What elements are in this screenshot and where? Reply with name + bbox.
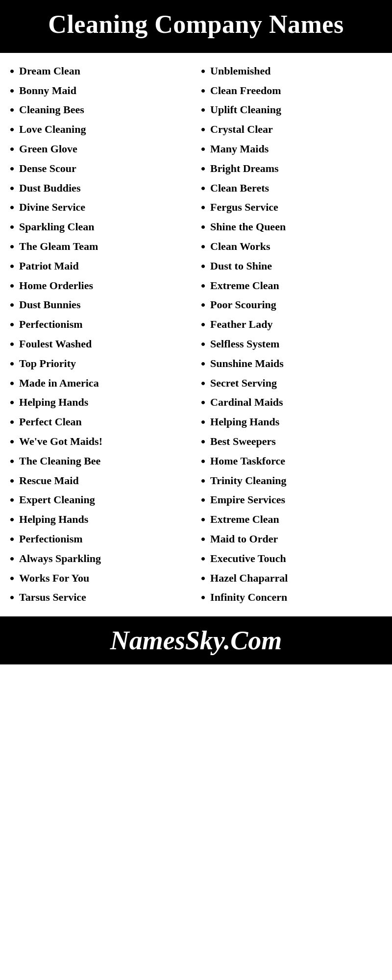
list-item: Clean Works [201,237,382,257]
list-item: Shine the Queen [201,218,382,237]
list-item: Rescue Maid [10,471,191,491]
right-list: UnblemishedClean FreedomUplift CleaningC… [201,62,382,608]
list-item: Sunshine Maids [201,354,382,374]
columns: Dream CleanBonny MaidCleaning BeesLove C… [5,62,387,608]
list-item: Cleaning Bees [10,100,191,120]
list-item: Helping Hands [10,510,191,530]
list-item: Crystal Clear [201,120,382,140]
list-item: Cardinal Maids [201,393,382,413]
list-item: Always Sparkling [10,549,191,569]
list-item: The Gleam Team [10,237,191,257]
left-column: Dream CleanBonny MaidCleaning BeesLove C… [5,62,196,608]
list-item: Perfectionism [10,530,191,549]
list-item: Bonny Maid [10,81,191,101]
list-item: Dust to Shine [201,257,382,276]
list-item: Hazel Chaparral [201,569,382,588]
content: Dream CleanBonny MaidCleaning BeesLove C… [0,53,392,608]
header: Cleaning Company Names [0,0,392,53]
list-item: Extreme Clean [201,276,382,296]
list-item: Green Glove [10,140,191,159]
list-item: Trinity Cleaning [201,471,382,491]
list-item: Sparkling Clean [10,218,191,237]
list-item: Love Cleaning [10,120,191,140]
list-item: Dust Bunnies [10,295,191,315]
list-item: Executive Touch [201,549,382,569]
footer-label: NamesSky.Com [110,626,282,655]
page-title: Cleaning Company Names [20,10,372,39]
list-item: Feather Lady [201,315,382,335]
list-item: We've Got Maids! [10,432,191,452]
list-item: Works For You [10,569,191,588]
list-item: Expert Cleaning [10,490,191,510]
footer: NamesSky.Com [0,616,392,664]
list-item: Perfect Clean [10,413,191,432]
list-item: The Cleaning Bee [10,452,191,471]
list-item: Maid to Order [201,530,382,549]
list-item: Foulest Washed [10,335,191,354]
list-item: Empire Services [201,490,382,510]
list-item: Clean Freedom [201,81,382,101]
list-item: Dream Clean [10,62,191,81]
list-item: Helping Hands [10,393,191,413]
list-item: Bright Dreams [201,159,382,179]
list-item: Top Priority [10,354,191,374]
list-item: Unblemished [201,62,382,81]
list-item: Home Taskforce [201,452,382,471]
list-item: Extreme Clean [201,510,382,530]
list-item: Secret Serving [201,374,382,393]
list-item: Helping Hands [201,413,382,432]
list-item: Dust Buddies [10,179,191,198]
list-item: Poor Scouring [201,295,382,315]
list-item: Perfectionism [10,315,191,335]
list-item: Selfless System [201,335,382,354]
list-item: Clean Berets [201,179,382,198]
list-item: Dense Scour [10,159,191,179]
list-item: Uplift Cleaning [201,100,382,120]
list-item: Tarsus Service [10,588,191,608]
list-item: Made in America [10,374,191,393]
list-item: Infinity Concern [201,588,382,608]
list-item: Divine Service [10,198,191,218]
left-list: Dream CleanBonny MaidCleaning BeesLove C… [10,62,191,608]
list-item: Patriot Maid [10,257,191,276]
list-item: Many Maids [201,140,382,159]
list-item: Home Orderlies [10,276,191,296]
list-item: Best Sweepers [201,432,382,452]
list-item: Fergus Service [201,198,382,218]
right-column: UnblemishedClean FreedomUplift CleaningC… [196,62,387,608]
